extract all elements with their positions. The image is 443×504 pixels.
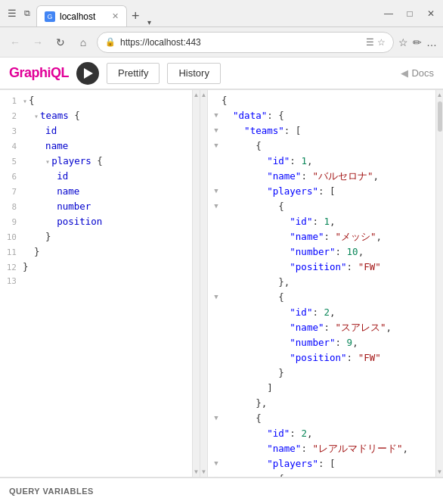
collapse-arrow-2[interactable]: ▼ (214, 110, 218, 120)
home-button[interactable]: ⌂ (74, 33, 92, 51)
lock-icon: 🔒 (105, 37, 116, 47)
graphiql-header: GraphiQL Prettify History ◀ Docs (0, 58, 443, 89)
docs-chevron-icon: ◀ (401, 67, 408, 79)
reader-icon[interactable]: ☰ (366, 37, 374, 48)
resp-line-21: }, (211, 396, 443, 411)
tab-close-button[interactable]: ✕ (112, 11, 119, 21)
resp-line-26: ▼ { (211, 471, 443, 477)
address-text: https://localhost:443 (120, 37, 361, 48)
query-line-2: 2 ▾teams { (0, 108, 200, 123)
scrollbar-down-arrow[interactable]: ▼ (194, 468, 200, 475)
resp-line-22: ▼ { (211, 411, 443, 426)
favorites-icon[interactable]: ☆ (398, 36, 408, 48)
browser-title-bar: ☰ ⧉ G localhost ✕ + ▾ — □ ✕ (0, 0, 443, 27)
toolbar-icons: ☆ ✏ … (398, 36, 437, 48)
tab-favicon: G (45, 11, 55, 22)
minimize-button[interactable]: — (383, 8, 395, 19)
run-icon (84, 68, 93, 79)
resp-line-18: "position": "FW" (211, 350, 443, 366)
active-tab[interactable]: G localhost ✕ (36, 5, 127, 26)
resp-line-12: "position": "FW" (211, 260, 443, 275)
query-panel: 1 ▾{ 2 ▾teams { 3 id 4 name 5 ▾players { (0, 90, 200, 477)
close-button[interactable]: ✕ (425, 8, 437, 19)
resp-line-13: }, (211, 275, 443, 290)
collapse-arrow-7[interactable]: ▼ (214, 291, 218, 302)
resp-scroll-up[interactable]: ▲ (437, 92, 443, 98)
query-line-7: 7 name (0, 184, 200, 199)
resp-line-16: "name": "スアレス", (211, 320, 443, 335)
address-bar: ← → ↻ ⌂ 🔒 https://localhost:443 ☰ ☆ ☆ ✏ … (0, 27, 443, 58)
query-line-3: 3 id (0, 123, 200, 138)
editor-area: 1 ▾{ 2 ▾teams { 3 id 4 name 5 ▾players { (0, 89, 443, 477)
browser-menu-icon[interactable]: ☰ (6, 8, 18, 20)
response-scroll-up[interactable]: ▲ (201, 92, 207, 98)
pen-icon[interactable]: ✏ (413, 36, 422, 48)
resp-line-9: "id": 1, (211, 214, 443, 229)
response-scroll-down[interactable]: ▼ (201, 468, 207, 475)
tab-bar: G localhost ✕ + ▾ (36, 0, 154, 26)
resp-scroll-down[interactable]: ▼ (437, 468, 443, 475)
query-line-4: 4 name (0, 138, 200, 154)
query-editor[interactable]: 1 ▾{ 2 ▾teams { 3 id 4 name 5 ▾players { (0, 90, 200, 477)
resp-line-2: ▼ "data": { (211, 108, 443, 123)
resp-line-25: ▼ "players": [ (211, 456, 443, 471)
history-button[interactable]: History (167, 63, 220, 84)
resp-line-7: ▼ "players": [ (211, 184, 443, 199)
tab-dropdown-button[interactable]: ▾ (144, 18, 154, 26)
collapse-arrow-6[interactable]: ▼ (214, 201, 218, 211)
window-controls: — □ ✕ (383, 8, 437, 19)
maximize-button[interactable]: □ (404, 8, 416, 19)
refresh-button[interactable]: ↻ (51, 33, 70, 51)
query-scrollbar[interactable]: ▲ ▼ (192, 90, 200, 477)
resp-line-6: "name": "バルセロナ", (211, 169, 443, 184)
forward-button[interactable]: → (29, 33, 47, 51)
resp-line-19: } (211, 366, 443, 381)
query-line-12: 12 } (0, 260, 200, 275)
resp-line-3: ▼ "teams": [ (211, 123, 443, 138)
bookmark-icon[interactable]: ☆ (377, 37, 386, 48)
more-icon[interactable]: … (426, 36, 437, 48)
resp-line-4: ▼ { (211, 138, 443, 154)
prettify-button[interactable]: Prettify (107, 63, 160, 84)
new-tab-button[interactable]: + (127, 5, 144, 26)
back-button[interactable]: ← (6, 33, 24, 51)
query-line-9: 9 position (0, 214, 200, 229)
graphiql-logo: GraphiQL (9, 65, 69, 81)
browser-icon2: ⧉ (21, 8, 33, 20)
resp-scroll-thumb[interactable] (438, 101, 442, 132)
resp-line-23: "id": 2, (211, 426, 443, 441)
docs-button[interactable]: ◀ Docs (401, 67, 434, 79)
response-content[interactable]: { ▼ "data": { ▼ "teams": [ ▼ { (200, 90, 443, 477)
resp-line-8: ▼ { (211, 199, 443, 214)
collapse-arrow-10[interactable]: ▼ (214, 473, 218, 477)
query-line-6: 6 id (0, 169, 200, 184)
address-action-icons: ☰ ☆ (366, 37, 386, 48)
query-line-10: 10 } (0, 229, 200, 244)
query-variables-label: QUERY VARIABLES (9, 487, 94, 496)
cursor-icon: ▾ (23, 97, 27, 105)
query-line-1: 1 ▾{ (0, 93, 200, 108)
resp-line-5: "id": 1, (211, 154, 443, 169)
scrollbar-up-arrow[interactable]: ▲ (194, 92, 200, 98)
resp-line-24: "name": "レアルマドリード", (211, 441, 443, 456)
run-button[interactable] (76, 62, 99, 85)
resp-line-1: { (211, 93, 443, 108)
collapse-arrow-9[interactable]: ▼ (214, 458, 218, 468)
resp-line-11: "number": 10, (211, 244, 443, 260)
resp-line-10: "name": "メッシ", (211, 229, 443, 244)
collapse-arrow-4[interactable]: ▼ (214, 140, 218, 151)
query-line-11: 11 } (0, 244, 200, 260)
response-panel: ▲ ▼ { ▼ "data": { ▼ "teams": [ ▼ (200, 90, 443, 477)
query-line-5: 5 ▾players { (0, 154, 200, 169)
query-line-13: 13 (0, 275, 200, 290)
bottom-bar: QUERY VARIABLES (0, 477, 443, 504)
collapse-arrow-8[interactable]: ▼ (214, 412, 218, 423)
response-left-scrollbar[interactable]: ▲ ▼ (200, 90, 208, 477)
collapse-arrow-5[interactable]: ▼ (214, 185, 218, 196)
resp-line-17: "number": 9, (211, 335, 443, 350)
collapse-arrow-3[interactable]: ▼ (214, 125, 218, 135)
address-input[interactable]: 🔒 https://localhost:443 ☰ ☆ (97, 32, 394, 53)
docs-label: Docs (411, 67, 434, 79)
resp-line-15: "id": 2, (211, 305, 443, 320)
response-right-scrollbar[interactable]: ▲ ▼ (435, 90, 443, 477)
